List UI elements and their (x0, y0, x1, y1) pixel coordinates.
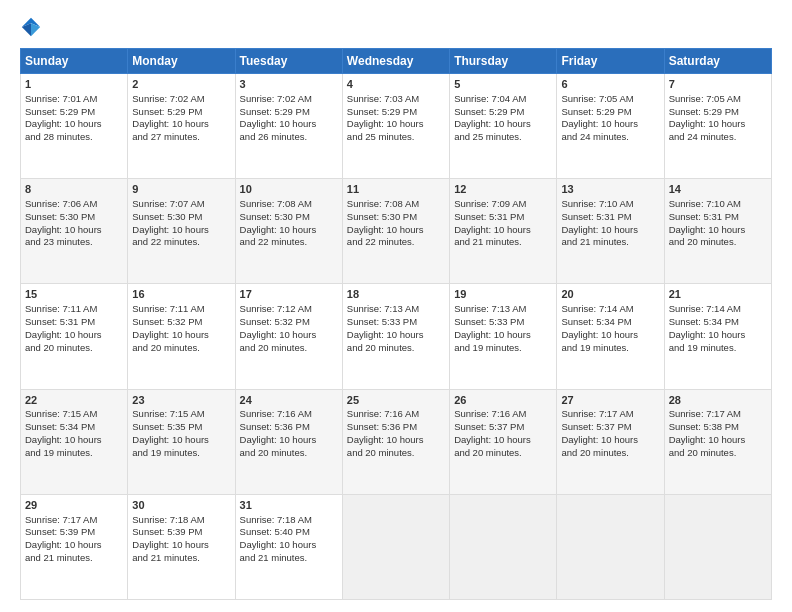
day-number: 16 (132, 287, 230, 302)
weekday-sunday: Sunday (21, 49, 128, 74)
week-row-5: 29Sunrise: 7:17 AMSunset: 5:39 PMDayligh… (21, 494, 772, 599)
day-number: 22 (25, 393, 123, 408)
weekday-tuesday: Tuesday (235, 49, 342, 74)
day-number: 29 (25, 498, 123, 513)
week-row-3: 15Sunrise: 7:11 AMSunset: 5:31 PMDayligh… (21, 284, 772, 389)
calendar-cell: 5Sunrise: 7:04 AMSunset: 5:29 PMDaylight… (450, 74, 557, 179)
weekday-monday: Monday (128, 49, 235, 74)
weekday-thursday: Thursday (450, 49, 557, 74)
calendar-cell: 9Sunrise: 7:07 AMSunset: 5:30 PMDaylight… (128, 179, 235, 284)
calendar-cell (342, 494, 449, 599)
calendar-cell: 31Sunrise: 7:18 AMSunset: 5:40 PMDayligh… (235, 494, 342, 599)
calendar-cell: 30Sunrise: 7:18 AMSunset: 5:39 PMDayligh… (128, 494, 235, 599)
day-number: 14 (669, 182, 767, 197)
day-number: 27 (561, 393, 659, 408)
day-number: 25 (347, 393, 445, 408)
calendar-cell: 11Sunrise: 7:08 AMSunset: 5:30 PMDayligh… (342, 179, 449, 284)
calendar-cell: 14Sunrise: 7:10 AMSunset: 5:31 PMDayligh… (664, 179, 771, 284)
calendar-cell: 28Sunrise: 7:17 AMSunset: 5:38 PMDayligh… (664, 389, 771, 494)
day-number: 20 (561, 287, 659, 302)
calendar-cell: 23Sunrise: 7:15 AMSunset: 5:35 PMDayligh… (128, 389, 235, 494)
day-number: 11 (347, 182, 445, 197)
svg-marker-1 (31, 23, 40, 36)
calendar-cell (557, 494, 664, 599)
week-row-4: 22Sunrise: 7:15 AMSunset: 5:34 PMDayligh… (21, 389, 772, 494)
day-number: 1 (25, 77, 123, 92)
day-number: 21 (669, 287, 767, 302)
weekday-wednesday: Wednesday (342, 49, 449, 74)
calendar-cell: 19Sunrise: 7:13 AMSunset: 5:33 PMDayligh… (450, 284, 557, 389)
calendar-cell: 25Sunrise: 7:16 AMSunset: 5:36 PMDayligh… (342, 389, 449, 494)
weekday-header-row: SundayMondayTuesdayWednesdayThursdayFrid… (21, 49, 772, 74)
day-number: 31 (240, 498, 338, 513)
calendar-cell (664, 494, 771, 599)
day-number: 28 (669, 393, 767, 408)
day-number: 26 (454, 393, 552, 408)
calendar-cell: 7Sunrise: 7:05 AMSunset: 5:29 PMDaylight… (664, 74, 771, 179)
day-number: 19 (454, 287, 552, 302)
calendar-cell: 20Sunrise: 7:14 AMSunset: 5:34 PMDayligh… (557, 284, 664, 389)
calendar-cell: 8Sunrise: 7:06 AMSunset: 5:30 PMDaylight… (21, 179, 128, 284)
week-row-1: 1Sunrise: 7:01 AMSunset: 5:29 PMDaylight… (21, 74, 772, 179)
day-number: 4 (347, 77, 445, 92)
day-number: 30 (132, 498, 230, 513)
calendar-cell: 13Sunrise: 7:10 AMSunset: 5:31 PMDayligh… (557, 179, 664, 284)
calendar-table: SundayMondayTuesdayWednesdayThursdayFrid… (20, 48, 772, 600)
day-number: 5 (454, 77, 552, 92)
week-row-2: 8Sunrise: 7:06 AMSunset: 5:30 PMDaylight… (21, 179, 772, 284)
calendar-cell: 16Sunrise: 7:11 AMSunset: 5:32 PMDayligh… (128, 284, 235, 389)
calendar-cell: 3Sunrise: 7:02 AMSunset: 5:29 PMDaylight… (235, 74, 342, 179)
day-number: 17 (240, 287, 338, 302)
day-number: 23 (132, 393, 230, 408)
weekday-friday: Friday (557, 49, 664, 74)
calendar-cell: 15Sunrise: 7:11 AMSunset: 5:31 PMDayligh… (21, 284, 128, 389)
calendar-cell: 24Sunrise: 7:16 AMSunset: 5:36 PMDayligh… (235, 389, 342, 494)
logo (20, 16, 46, 38)
calendar-cell: 6Sunrise: 7:05 AMSunset: 5:29 PMDaylight… (557, 74, 664, 179)
day-number: 3 (240, 77, 338, 92)
day-number: 10 (240, 182, 338, 197)
day-number: 6 (561, 77, 659, 92)
calendar-cell: 18Sunrise: 7:13 AMSunset: 5:33 PMDayligh… (342, 284, 449, 389)
page: SundayMondayTuesdayWednesdayThursdayFrid… (0, 0, 792, 612)
calendar-cell: 10Sunrise: 7:08 AMSunset: 5:30 PMDayligh… (235, 179, 342, 284)
day-number: 15 (25, 287, 123, 302)
calendar-cell: 4Sunrise: 7:03 AMSunset: 5:29 PMDaylight… (342, 74, 449, 179)
header (20, 16, 772, 38)
calendar-cell: 2Sunrise: 7:02 AMSunset: 5:29 PMDaylight… (128, 74, 235, 179)
day-number: 2 (132, 77, 230, 92)
calendar-cell: 29Sunrise: 7:17 AMSunset: 5:39 PMDayligh… (21, 494, 128, 599)
calendar-cell: 21Sunrise: 7:14 AMSunset: 5:34 PMDayligh… (664, 284, 771, 389)
day-number: 12 (454, 182, 552, 197)
svg-marker-2 (22, 23, 31, 36)
day-number: 9 (132, 182, 230, 197)
calendar-cell: 27Sunrise: 7:17 AMSunset: 5:37 PMDayligh… (557, 389, 664, 494)
day-number: 8 (25, 182, 123, 197)
day-number: 7 (669, 77, 767, 92)
day-number: 18 (347, 287, 445, 302)
calendar-cell: 17Sunrise: 7:12 AMSunset: 5:32 PMDayligh… (235, 284, 342, 389)
day-number: 24 (240, 393, 338, 408)
day-number: 13 (561, 182, 659, 197)
weekday-saturday: Saturday (664, 49, 771, 74)
calendar-cell: 1Sunrise: 7:01 AMSunset: 5:29 PMDaylight… (21, 74, 128, 179)
logo-icon (20, 16, 42, 38)
calendar-cell: 12Sunrise: 7:09 AMSunset: 5:31 PMDayligh… (450, 179, 557, 284)
calendar-cell: 26Sunrise: 7:16 AMSunset: 5:37 PMDayligh… (450, 389, 557, 494)
calendar-cell (450, 494, 557, 599)
calendar-cell: 22Sunrise: 7:15 AMSunset: 5:34 PMDayligh… (21, 389, 128, 494)
